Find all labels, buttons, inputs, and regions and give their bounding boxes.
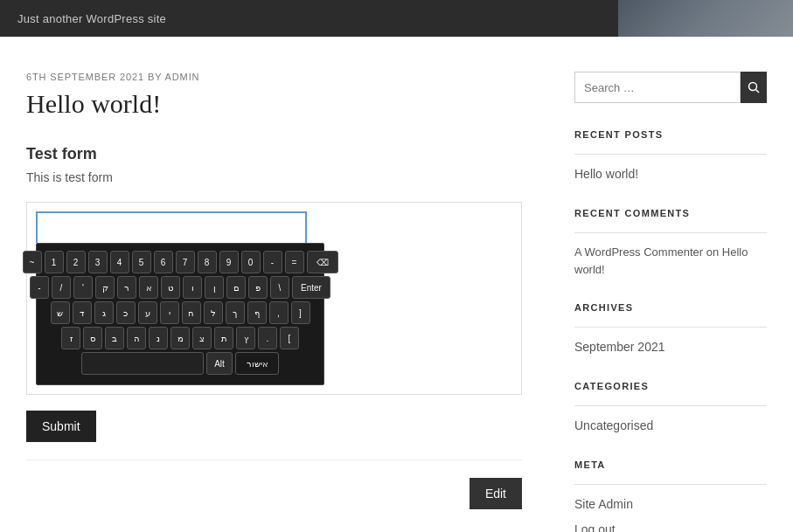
meta-log-out[interactable]: Log out: [574, 521, 767, 532]
sidebar-section-archives: Archives September 2021: [574, 302, 767, 356]
keyboard-row-3: ש ד ג כ ע י ח ל ך ף , ]: [44, 301, 317, 324]
key-ayin[interactable]: ע: [138, 301, 157, 324]
key-dash[interactable]: -: [30, 276, 49, 299]
key-tsadi[interactable]: צ: [192, 327, 212, 349]
key-pe[interactable]: פ: [248, 276, 268, 299]
archives-divider: [574, 327, 767, 328]
key-1[interactable]: 1: [45, 251, 64, 273]
form-section-title: Test form: [26, 145, 522, 163]
sidebar-section-meta: Meta Site Admin Log out Entries RSS Comm…: [574, 459, 767, 532]
key-8[interactable]: 8: [198, 251, 217, 273]
key-qof[interactable]: ק: [95, 276, 115, 299]
key-bet[interactable]: ב: [105, 327, 124, 349]
key-lbracket[interactable]: [: [280, 327, 299, 349]
sidebar: Recent Posts Hello world! Recent Comment…: [574, 72, 767, 532]
key-tsadi-sofit[interactable]: ץ: [236, 327, 255, 349]
key-pe-sofit[interactable]: ף: [247, 301, 267, 324]
post-title: Hello world!: [26, 89, 522, 119]
sidebar-search-form: [574, 72, 767, 103]
keyboard-row-1: ~ 1 2 3 4 5 6 7 8 9 0 - = ⌫: [44, 251, 317, 273]
text-input-wrapper: [36, 211, 512, 243]
meta-site-admin[interactable]: Site Admin: [574, 495, 767, 514]
key-3[interactable]: 3: [88, 251, 108, 273]
site-tagline: Just another WordPress site: [17, 12, 166, 25]
key-equals[interactable]: =: [285, 251, 304, 273]
categories-title: Categories: [574, 381, 767, 395]
key-period[interactable]: .: [258, 327, 277, 349]
recent-post-hello-world[interactable]: Hello world!: [574, 165, 767, 183]
footer-line: Edit: [26, 459, 522, 469]
sidebar-search-button[interactable]: [741, 72, 767, 103]
key-resh[interactable]: ר: [117, 276, 136, 299]
recent-comments-divider: [574, 232, 767, 233]
key-comma[interactable]: ,: [269, 301, 289, 324]
key-2[interactable]: 2: [66, 251, 86, 273]
content-area: 6th September 2021 by Admin Hello world!…: [26, 72, 574, 532]
categories-divider: [574, 405, 767, 406]
key-lamed[interactable]: ל: [204, 301, 223, 324]
submit-button[interactable]: Submit: [26, 411, 96, 442]
key-nun[interactable]: נ: [149, 327, 168, 349]
meta-divider: [574, 484, 767, 485]
site-header: Just another WordPress site: [0, 0, 793, 37]
key-enter[interactable]: Enter: [292, 276, 330, 299]
key-gimel[interactable]: ג: [94, 301, 114, 324]
key-backspace[interactable]: ⌫: [307, 251, 338, 273]
key-zayin[interactable]: ז: [61, 327, 80, 349]
key-samekh[interactable]: ס: [83, 327, 102, 349]
key-alef[interactable]: א: [139, 276, 158, 299]
keyboard-row-5: Alt אישור: [44, 352, 317, 375]
key-apos[interactable]: ': [73, 276, 93, 299]
sidebar-section-recent-posts: Recent Posts Hello world!: [574, 129, 767, 183]
key-heb-confirm[interactable]: אישור: [235, 352, 279, 375]
key-shin[interactable]: ש: [51, 301, 70, 324]
main-wrapper: 6th September 2021 by Admin Hello world!…: [0, 37, 793, 532]
key-yod[interactable]: י: [160, 301, 179, 324]
category-uncategorised[interactable]: Uncategorised: [574, 417, 767, 435]
key-backslash[interactable]: \: [270, 276, 289, 299]
key-9[interactable]: 9: [219, 251, 239, 273]
sidebar-section-recent-comments: Recent Comments A WordPress Commenter on…: [574, 208, 767, 278]
key-slash[interactable]: /: [52, 276, 71, 299]
key-kaf-sofit[interactable]: ך: [226, 301, 245, 324]
commenter-link[interactable]: A WordPress Commenter: [574, 245, 703, 259]
key-kaf[interactable]: כ: [116, 301, 136, 324]
key-rbracket[interactable]: ]: [291, 301, 310, 324]
recent-posts-title: Recent Posts: [574, 129, 767, 143]
key-tav[interactable]: ת: [214, 327, 233, 349]
key-0[interactable]: 0: [241, 251, 261, 273]
form-description: This is test form: [26, 170, 522, 184]
key-6[interactable]: 6: [154, 251, 173, 273]
meta-title: Meta: [574, 459, 767, 473]
post-meta: 6th September 2021 by Admin: [26, 72, 522, 82]
key-5[interactable]: 5: [132, 251, 151, 273]
keyboard-row-2: - / ' ק ר א ט ו ן ם פ \ Enter: [44, 276, 317, 299]
archive-sept-2021[interactable]: September 2021: [574, 338, 767, 356]
key-he[interactable]: ה: [127, 327, 146, 349]
recent-posts-divider: [574, 154, 767, 155]
sidebar-search-input[interactable]: [574, 72, 741, 103]
key-7[interactable]: 7: [176, 251, 195, 273]
key-tet[interactable]: ט: [161, 276, 180, 299]
virtual-keyboard: ~ 1 2 3 4 5 6 7 8 9 0 - = ⌫ -: [36, 243, 324, 385]
key-mem-sofit[interactable]: ם: [226, 276, 246, 299]
form-area: ~ 1 2 3 4 5 6 7 8 9 0 - = ⌫ -: [26, 202, 522, 395]
archives-title: Archives: [574, 302, 767, 316]
key-nun-sofit[interactable]: ן: [205, 276, 224, 299]
key-tilde[interactable]: ~: [23, 251, 42, 273]
key-spacebar[interactable]: [81, 352, 204, 375]
search-icon: [748, 81, 760, 93]
sidebar-section-categories: Categories Uncategorised: [574, 381, 767, 435]
form-text-input[interactable]: [36, 211, 307, 243]
key-dalet[interactable]: ד: [73, 301, 92, 324]
key-4[interactable]: 4: [110, 251, 129, 273]
keyboard-row-4: ז ס ב ה נ מ צ ת ץ . [: [44, 327, 317, 349]
key-vav[interactable]: ו: [183, 276, 202, 299]
key-mem[interactable]: מ: [170, 327, 190, 349]
recent-comments-title: Recent Comments: [574, 208, 767, 222]
key-het[interactable]: ח: [182, 301, 201, 324]
key-minus[interactable]: -: [263, 251, 282, 273]
svg-line-1: [756, 90, 760, 93]
key-alt[interactable]: Alt: [206, 352, 233, 375]
edit-button[interactable]: Edit: [470, 478, 522, 509]
